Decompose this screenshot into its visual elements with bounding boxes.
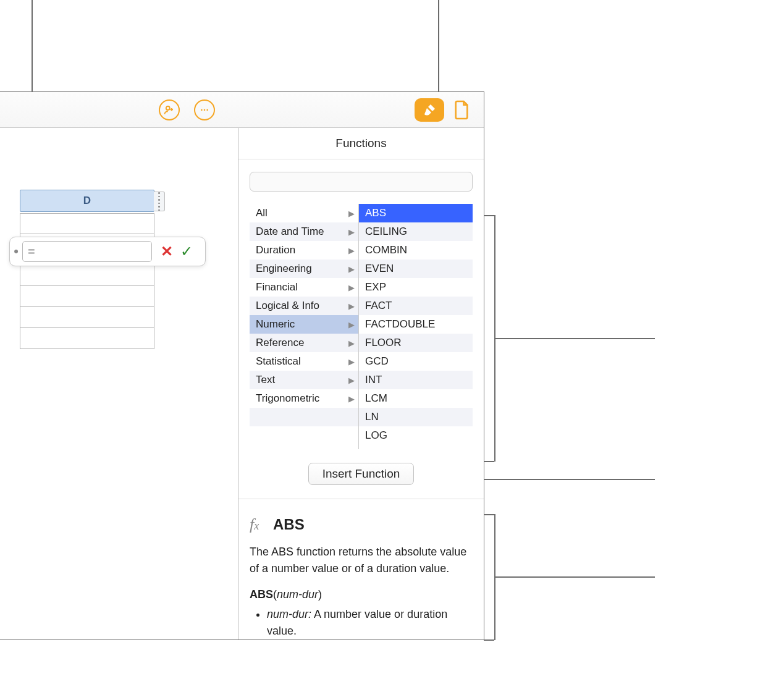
add-user-icon (159, 99, 180, 120)
cell-d5[interactable] (20, 286, 154, 307)
function-list[interactable]: ABSCEILINGCOMBINEVENEXPFACTFACTDOUBLEFLO… (358, 204, 473, 449)
formula-handle-icon[interactable]: • (10, 243, 22, 260)
column-resize-handle[interactable] (154, 192, 165, 211)
formula-input-value: = (28, 245, 35, 259)
functions-panel: Functions All▶Date and Time▶Duration▶Eng… (238, 128, 484, 639)
function-signature: ABS(num-dur) (250, 588, 473, 601)
argument-list: num-dur: A number value or duration valu… (250, 606, 473, 639)
svg-point-1 (201, 109, 203, 111)
callout-line-detail-h2 (484, 639, 494, 641)
function-item[interactable]: INT (359, 371, 473, 389)
cell-d7[interactable] (20, 328, 154, 349)
column-header-d[interactable]: D (20, 190, 154, 212)
paintbrush-icon (422, 103, 437, 117)
toolbar (0, 92, 484, 128)
chevron-right-icon: ▶ (348, 302, 355, 311)
category-item[interactable]: Logical & Info▶ (250, 297, 358, 315)
formula-input[interactable]: = (22, 241, 152, 262)
insert-function-label: Insert Function (322, 467, 400, 480)
accept-formula-button[interactable]: ✓ (180, 243, 193, 260)
argument-item: num-dur: A number value or duration valu… (267, 606, 473, 639)
function-browser: All▶Date and Time▶Duration▶Engineering▶F… (250, 204, 473, 449)
function-detail-description: The ABS function returns the absolute va… (250, 544, 473, 577)
cancel-formula-button[interactable]: ✕ (161, 243, 173, 260)
column-header-label: D (83, 195, 91, 207)
chevron-right-icon: ▶ (348, 376, 355, 385)
app-window: D • = ✕ ✓ Functions (0, 91, 484, 640)
category-item[interactable]: Reference▶ (250, 334, 358, 352)
svg-point-0 (166, 106, 170, 110)
cell-d4[interactable] (20, 265, 154, 286)
function-item[interactable]: LN (359, 408, 473, 426)
category-item[interactable]: Engineering▶ (250, 260, 358, 278)
callout-line-detail-h3 (494, 576, 655, 578)
category-item[interactable]: All▶ (250, 204, 358, 222)
function-item[interactable]: EXP (359, 278, 473, 297)
callout-line-detail-h1 (484, 514, 494, 515)
function-item[interactable]: LCM (359, 389, 473, 408)
panel-title: Functions (238, 128, 484, 159)
chevron-right-icon: ▶ (348, 357, 355, 366)
chevron-right-icon: ▶ (348, 283, 355, 292)
category-item[interactable]: Trigonometric▶ (250, 389, 358, 408)
function-item[interactable]: ABS (359, 204, 473, 222)
document-icon (453, 99, 470, 120)
document-button[interactable] (453, 99, 470, 124)
cell-d2[interactable] (20, 213, 154, 234)
category-item[interactable]: Statistical▶ (250, 352, 358, 371)
function-item[interactable]: GCD (359, 352, 473, 371)
category-list[interactable]: All▶Date and Time▶Duration▶Engineering▶F… (250, 204, 358, 449)
callout-line-browser-h3 (494, 338, 655, 339)
category-item[interactable]: Date and Time▶ (250, 222, 358, 241)
cells (20, 213, 154, 349)
collaborate-button[interactable] (159, 99, 180, 120)
fx-icon: fx (250, 515, 267, 534)
spreadsheet-canvas[interactable]: D • = ✕ ✓ (0, 128, 238, 639)
chevron-right-icon: ▶ (348, 246, 355, 255)
formula-editor: • = ✕ ✓ (9, 237, 206, 266)
function-item[interactable]: FACT (359, 297, 473, 315)
category-item[interactable]: Text▶ (250, 371, 358, 389)
chevron-right-icon: ▶ (348, 264, 355, 274)
function-item[interactable]: LOG (359, 426, 473, 445)
function-item[interactable]: COMBIN (359, 241, 473, 260)
function-detail-name: ABS (273, 516, 305, 533)
more-button[interactable] (194, 99, 215, 120)
svg-point-2 (204, 109, 206, 111)
chevron-right-icon: ▶ (348, 209, 355, 218)
category-item[interactable]: Duration▶ (250, 241, 358, 260)
category-item[interactable]: Numeric▶ (250, 315, 358, 334)
function-search-input[interactable] (250, 172, 473, 192)
function-item[interactable]: FLOOR (359, 334, 473, 352)
svg-point-3 (206, 109, 208, 111)
function-item[interactable]: CEILING (359, 222, 473, 241)
callout-line-toolbar (438, 0, 439, 96)
cell-d6[interactable] (20, 307, 154, 328)
function-detail: fx ABS The ABS function returns the abso… (238, 499, 484, 639)
chevron-right-icon: ▶ (348, 339, 355, 348)
chevron-right-icon: ▶ (348, 227, 355, 237)
chevron-right-icon: ▶ (348, 394, 355, 403)
function-item[interactable]: FACTDOUBLE (359, 315, 473, 334)
chevron-right-icon: ▶ (348, 320, 355, 329)
more-icon (194, 99, 215, 120)
insert-function-button[interactable]: Insert Function (308, 463, 415, 485)
format-button[interactable] (415, 98, 444, 122)
function-item[interactable]: EVEN (359, 260, 473, 278)
category-item[interactable]: Financial▶ (250, 278, 358, 297)
